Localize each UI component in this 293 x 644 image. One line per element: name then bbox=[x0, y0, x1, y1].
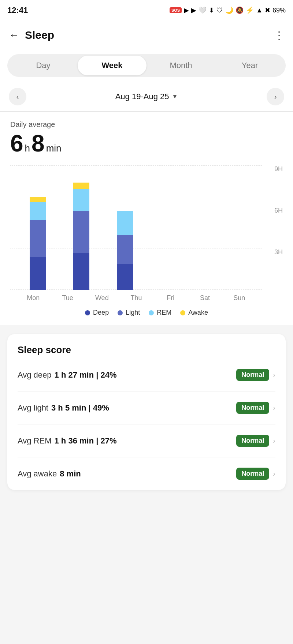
legend-dot-deep bbox=[85, 310, 90, 315]
score-value-awake: 8 min bbox=[60, 469, 81, 479]
back-button[interactable]: ← bbox=[9, 29, 19, 41]
next-date-button[interactable]: › bbox=[267, 88, 284, 105]
bar-mon-rem bbox=[30, 202, 46, 220]
tab-day[interactable]: Day bbox=[9, 56, 78, 75]
legend-dot-awake bbox=[180, 310, 185, 315]
daily-avg-value: 6 h 8 min bbox=[10, 132, 283, 155]
youtube-icon: ▶ bbox=[184, 6, 189, 14]
date-range-picker[interactable]: Aug 19-Aug 25 ▼ bbox=[115, 92, 178, 101]
x-label-wed: Wed bbox=[85, 294, 119, 302]
header-left: ← Sleep bbox=[9, 29, 54, 41]
normal-badge-light: Normal bbox=[236, 402, 269, 414]
legend-label-rem: REM bbox=[157, 309, 171, 317]
status-icons: SOS ▶ ▶ 🤍 ⬇ 🛡 🌙 🔕 ⚡ ▲ ✖ 69% bbox=[170, 6, 286, 14]
bar-stack-mon bbox=[30, 197, 46, 290]
sos-badge: SOS bbox=[170, 7, 182, 13]
bar-wed-deep bbox=[117, 264, 133, 290]
score-card: Sleep score Avg deep 1 h 27 min | 24% No… bbox=[7, 334, 286, 490]
legend-label-deep: Deep bbox=[93, 309, 109, 317]
score-row-awake-right: Normal › bbox=[236, 468, 275, 480]
chart-legend: Deep Light REM Awake bbox=[10, 309, 283, 317]
status-time: 12:41 bbox=[7, 5, 28, 15]
score-row-light-left: Avg light 3 h 5 min | 49% bbox=[18, 403, 109, 413]
x-label-mon: Mon bbox=[16, 294, 51, 302]
score-label-awake: Avg awake bbox=[18, 469, 57, 479]
x-label-sat: Sat bbox=[188, 294, 222, 302]
y-label-3h: 3H bbox=[274, 248, 283, 256]
bar-mon-light bbox=[30, 220, 46, 257]
normal-badge-rem: Normal bbox=[236, 435, 269, 447]
x-labels: Mon Tue Wed Thu Fri Sat Sun bbox=[10, 291, 262, 304]
chart-y-labels: 9H 6H 3H bbox=[274, 165, 283, 290]
legend-rem: REM bbox=[149, 309, 171, 317]
bluetooth-icon: ⚡ bbox=[246, 6, 254, 14]
tab-month[interactable]: Month bbox=[146, 56, 215, 75]
bar-stack-wed bbox=[117, 211, 133, 290]
legend-light: Light bbox=[118, 309, 140, 317]
x-label-fri: Fri bbox=[153, 294, 188, 302]
bar-tue-light bbox=[73, 211, 89, 253]
score-row-awake[interactable]: Avg awake 8 min Normal › bbox=[18, 457, 275, 490]
score-label-deep: Avg deep bbox=[18, 370, 52, 380]
tab-bar: Day Week Month Year bbox=[0, 50, 293, 84]
date-range-text: Aug 19-Aug 25 bbox=[115, 92, 169, 101]
bar-mon bbox=[30, 165, 46, 290]
more-options-button[interactable]: ⋮ bbox=[274, 29, 284, 41]
prev-date-button[interactable]: ‹ bbox=[9, 88, 26, 105]
legend-deep: Deep bbox=[85, 309, 109, 317]
download-icon: ⬇ bbox=[209, 6, 214, 14]
score-value-rem: 1 h 36 min | 27% bbox=[55, 436, 117, 446]
sleep-chart: 9H 6H 3H bbox=[10, 165, 283, 304]
chevron-right-rem: › bbox=[273, 437, 275, 445]
score-row-light[interactable]: Avg light 3 h 5 min | 49% Normal › bbox=[18, 392, 275, 424]
y-label-6h: 6H bbox=[274, 207, 283, 214]
score-row-rem[interactable]: Avg REM 1 h 36 min | 27% Normal › bbox=[18, 424, 275, 457]
daily-avg-label: Daily average bbox=[10, 120, 283, 129]
x-label-thu: Thu bbox=[119, 294, 153, 302]
left-arrow-icon: ‹ bbox=[16, 93, 19, 101]
avg-h-label: h bbox=[25, 143, 30, 154]
x-label-sun: Sun bbox=[222, 294, 256, 302]
bar-mon-deep bbox=[30, 257, 46, 290]
main-content: Daily average 6 h 8 min 9H 6H 3H bbox=[0, 112, 293, 325]
legend-label-awake: Awake bbox=[188, 309, 208, 317]
legend-awake: Awake bbox=[180, 309, 208, 317]
score-card-title: Sleep score bbox=[18, 344, 275, 356]
dropdown-icon: ▼ bbox=[172, 93, 178, 100]
legend-dot-rem bbox=[149, 310, 154, 315]
avg-hours: 6 bbox=[10, 132, 23, 155]
tab-container: Day Week Month Year bbox=[7, 54, 286, 77]
score-row-rem-left: Avg REM 1 h 36 min | 27% bbox=[18, 436, 117, 446]
mute-icon: 🔕 bbox=[235, 6, 244, 14]
bars-container bbox=[10, 165, 262, 290]
normal-badge-deep: Normal bbox=[236, 369, 269, 381]
app-header: ← Sleep ⋮ bbox=[0, 20, 293, 50]
date-nav: ‹ Aug 19-Aug 25 ▼ › bbox=[0, 84, 293, 111]
battery-text: 69% bbox=[272, 7, 286, 14]
sleep-score-section: Sleep score Avg deep 1 h 27 min | 24% No… bbox=[0, 325, 293, 545]
signal-icon: ✖ bbox=[265, 6, 270, 14]
bar-wed-rem bbox=[117, 211, 133, 235]
tab-week[interactable]: Week bbox=[78, 56, 146, 75]
moon-icon: 🌙 bbox=[225, 6, 233, 14]
shield-icon: 🛡 bbox=[216, 7, 223, 14]
bar-mon-awake bbox=[30, 197, 46, 202]
chevron-right-awake: › bbox=[273, 469, 275, 478]
x-label-tue: Tue bbox=[51, 294, 85, 302]
score-label-light: Avg light bbox=[18, 403, 48, 413]
heart-icon: 🤍 bbox=[199, 6, 207, 14]
y-label-9h: 9H bbox=[274, 165, 283, 173]
wifi-icon: ▲ bbox=[256, 7, 263, 14]
score-label-rem: Avg REM bbox=[18, 436, 52, 446]
right-arrow-icon: › bbox=[274, 93, 277, 101]
chevron-right-light: › bbox=[273, 404, 275, 412]
score-row-rem-right: Normal › bbox=[236, 435, 275, 447]
tab-year[interactable]: Year bbox=[215, 56, 284, 75]
score-value-light: 3 h 5 min | 49% bbox=[51, 403, 109, 413]
youtube2-icon: ▶ bbox=[191, 6, 196, 14]
legend-label-light: Light bbox=[126, 309, 140, 317]
score-row-light-right: Normal › bbox=[236, 402, 275, 414]
score-row-deep[interactable]: Avg deep 1 h 27 min | 24% Normal › bbox=[18, 359, 275, 392]
score-row-deep-right: Normal › bbox=[236, 369, 275, 381]
bar-wed bbox=[117, 165, 133, 290]
